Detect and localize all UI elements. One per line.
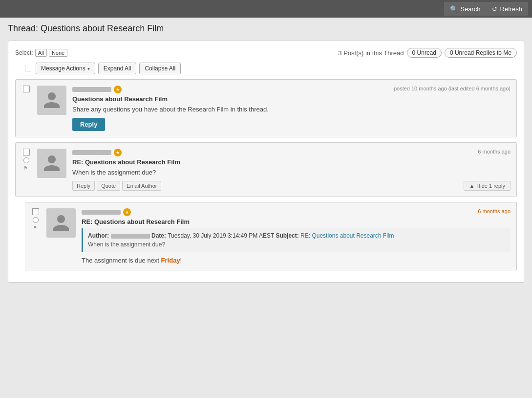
- reply-button-1[interactable]: Reply: [72, 118, 105, 131]
- post-answer-3: The assignment is due next Friday!: [82, 257, 511, 264]
- highlight-friday: Friday: [161, 257, 180, 264]
- post-flag-3[interactable]: ⚑: [33, 225, 39, 231]
- post-left-1: [21, 86, 31, 131]
- quote-author-name: [111, 234, 150, 239]
- collapse-icon: ▲: [469, 183, 474, 189]
- top-bar: 🔍 Search ↺ Refresh: [0, 0, 532, 18]
- quote-meta-3: Author: Date: Tuesday, 30 July 2019 3:14…: [88, 232, 506, 239]
- quote-link-2[interactable]: Quote: [97, 181, 120, 191]
- post-header-1: ★ posted 10 months ago (last edited 6 mo…: [72, 86, 511, 93]
- post-action-links-2: Reply Quote Email Author: [72, 181, 161, 191]
- search-icon: 🔍: [450, 5, 458, 13]
- post-header-2: ★ 6 months ago: [72, 149, 511, 156]
- star-badge-2: ★: [114, 149, 122, 156]
- post-timestamp-2: 6 months ago: [478, 149, 511, 155]
- post-card-1: ★ posted 10 months ago (last edited 6 mo…: [15, 79, 517, 137]
- author-name-2: [72, 150, 111, 155]
- refresh-icon: ↺: [492, 5, 497, 13]
- message-actions-button[interactable]: Message Actions ▾: [36, 63, 95, 74]
- star-badge-3: ★: [123, 208, 131, 216]
- hide-reply-button-2[interactable]: ▲ Hide 1 reply: [464, 181, 511, 191]
- subject-label: Subject:: [276, 232, 298, 239]
- quote-block-3: Author: Date: Tuesday, 30 July 2019 3:14…: [82, 228, 511, 252]
- reply-link-2[interactable]: Reply: [72, 181, 95, 191]
- page-title: Thread: Questions about Research Film: [8, 23, 524, 34]
- refresh-button[interactable]: ↺ Refresh: [486, 2, 528, 16]
- thread-container: Select: All None 3 Post(s) in this Threa…: [8, 41, 524, 283]
- unread-badge[interactable]: 0 Unread: [407, 48, 442, 58]
- post-content-3: ★ 6 months ago RE: Questions about Resea…: [82, 208, 511, 264]
- post-header-3: ★ 6 months ago: [82, 208, 511, 216]
- expand-all-button[interactable]: Expand All: [98, 63, 137, 74]
- post-content-2: ★ 6 months ago RE: Questions about Resea…: [72, 149, 511, 191]
- post-title-3: RE: Questions about Research Film: [82, 218, 511, 225]
- author-area-1: ★: [72, 86, 122, 93]
- post-stats: 3 Post(s) in this Thread 0 Unread 0 Unre…: [338, 48, 517, 58]
- author-name-3: [82, 210, 121, 215]
- avatar-3: [46, 208, 76, 238]
- post-timestamp-3: 6 months ago: [478, 208, 511, 214]
- post-title-2: RE: Questions about Research Film: [72, 158, 511, 166]
- unread-replies-badge[interactable]: 0 Unread Replies to Me: [445, 48, 517, 58]
- select-label: Select:: [15, 49, 33, 56]
- post-action-bar-2: Reply Quote Email Author ▲ Hide 1 reply: [72, 181, 511, 191]
- post-checkbox-2[interactable]: [23, 149, 30, 155]
- post-checkbox-3[interactable]: [32, 208, 39, 215]
- quote-text-3: When is the assignment due?: [88, 241, 506, 248]
- select-none-link[interactable]: None: [49, 49, 67, 57]
- email-author-link-2[interactable]: Email Author: [122, 181, 161, 191]
- action-btn-row: Message Actions ▾ Expand All Collapse Al…: [15, 63, 517, 74]
- author-label: Author:: [88, 232, 109, 239]
- posts-count-label: 3 Post(s) in this Thread: [338, 49, 404, 57]
- author-area-3: ★: [82, 208, 131, 216]
- post-radio-3[interactable]: [33, 217, 39, 223]
- quote-date-value: Tuesday, 30 July 2019 3:14:49 PM AEST: [168, 232, 276, 239]
- post-checkbox-1[interactable]: [23, 86, 30, 92]
- post-card-3: ⚑ ★ 6 months ago RE: Questions: [25, 202, 517, 270]
- dashed-arrow-icon: [25, 66, 31, 71]
- select-area: Select: All None: [15, 49, 67, 57]
- author-name-1: [72, 87, 111, 92]
- post-title-1: Questions about Research Film: [72, 95, 511, 103]
- dropdown-arrow-icon: ▾: [87, 66, 90, 71]
- post-radio-2[interactable]: [23, 157, 29, 163]
- collapse-all-button[interactable]: Collapse All: [139, 63, 181, 74]
- post-timestamp-1: posted 10 months ago (last edited 6 mont…: [394, 86, 511, 91]
- post-content-1: ★ posted 10 months ago (last edited 6 mo…: [72, 86, 511, 131]
- post-left-3: ⚑: [31, 208, 41, 264]
- search-button[interactable]: 🔍 Search: [444, 2, 486, 16]
- avatar-2: [37, 149, 66, 178]
- post-card-2: ⚑ ★ 6 months ago RE: Questions: [15, 142, 517, 197]
- post-body-1: Share any questions you have about the R…: [72, 106, 511, 113]
- date-label: Date:: [151, 232, 166, 239]
- page-container: Thread: Questions about Research Film Se…: [0, 18, 532, 288]
- author-area-2: ★: [72, 149, 122, 156]
- quote-subject-link[interactable]: RE: Questions about Research Film: [300, 232, 394, 239]
- toolbar-row: Select: All None 3 Post(s) in this Threa…: [15, 48, 517, 58]
- star-badge-1: ★: [114, 86, 122, 93]
- post-body-2: When is the assignment due?: [72, 169, 511, 176]
- select-all-link[interactable]: All: [35, 49, 47, 57]
- post-left-2: ⚑: [21, 149, 31, 191]
- post-flag-2[interactable]: ⚑: [23, 165, 29, 171]
- avatar-1: [37, 86, 66, 115]
